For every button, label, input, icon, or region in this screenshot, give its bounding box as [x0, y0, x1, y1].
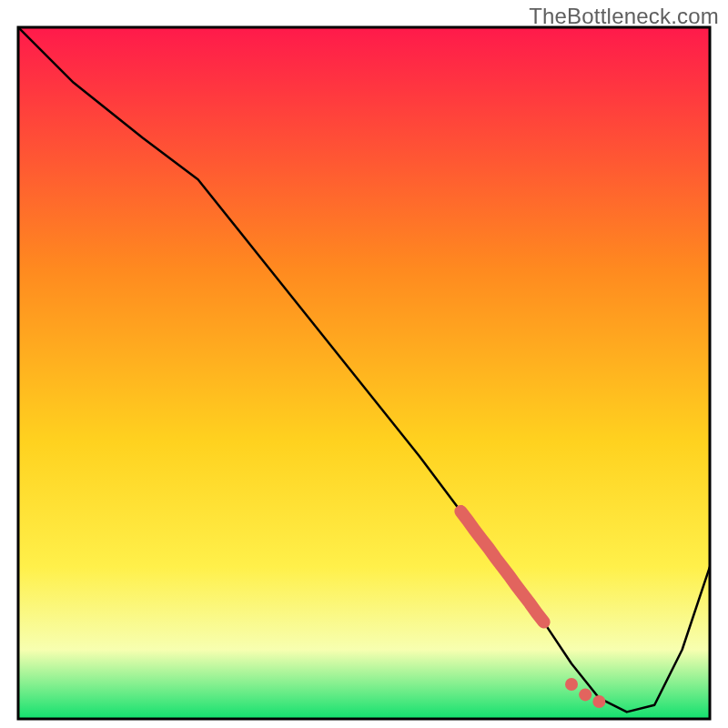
chart-container: TheBottleneck.com	[0, 0, 728, 728]
plot-background	[18, 27, 710, 719]
watermark-text: TheBottleneck.com	[529, 4, 719, 29]
highlight-dot	[592, 695, 605, 708]
highlight-dot	[565, 678, 578, 691]
highlight-dot	[579, 688, 592, 701]
bottleneck-chart	[0, 0, 728, 728]
